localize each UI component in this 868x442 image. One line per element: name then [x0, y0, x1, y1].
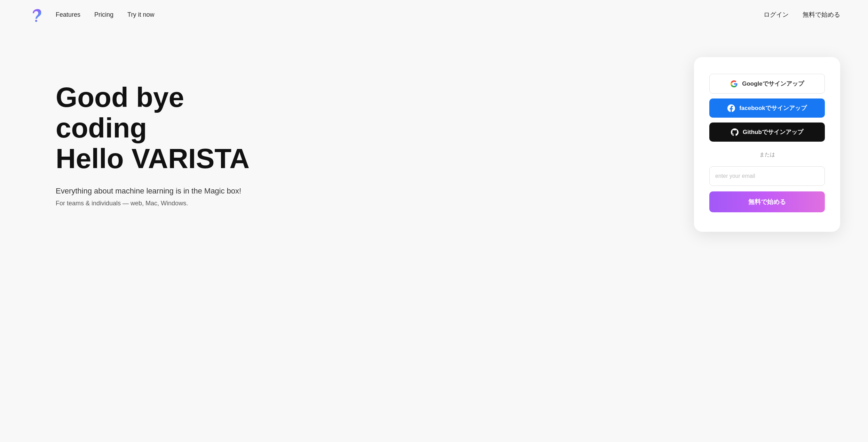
nav-pricing[interactable]: Pricing	[94, 11, 113, 18]
login-link[interactable]: ログイン	[764, 10, 789, 19]
nav-links: Features Pricing Try it now	[56, 11, 764, 18]
main-container: Good bye coding Hello VARISTA Everything…	[0, 29, 868, 253]
nav-try[interactable]: Try it now	[127, 11, 154, 18]
signup-card: Googleでサインアップ facebookでサインアップ Githubでサイン…	[694, 57, 840, 232]
google-signup-button[interactable]: Googleでサインアップ	[709, 74, 825, 94]
google-signup-label: Googleでサインアップ	[742, 80, 804, 88]
svg-point-0	[35, 20, 37, 22]
nav-features[interactable]: Features	[56, 11, 80, 18]
divider: または	[709, 151, 825, 158]
hero-subtitle: Everything about machine learning is in …	[56, 187, 265, 196]
nav-cta-button[interactable]: 無料で始める	[803, 10, 840, 19]
github-icon	[731, 128, 739, 136]
google-icon	[730, 80, 738, 88]
facebook-signup-label: facebookでサインアップ	[739, 104, 807, 112]
start-button[interactable]: 無料で始める	[709, 191, 825, 212]
github-signup-label: Githubでサインアップ	[743, 128, 803, 136]
email-input[interactable]	[709, 166, 825, 186]
logo[interactable]	[28, 6, 45, 23]
facebook-signup-button[interactable]: facebookでサインアップ	[709, 98, 825, 118]
github-signup-button[interactable]: Githubでサインアップ	[709, 123, 825, 142]
hero-title: Good bye coding Hello VARISTA	[56, 82, 265, 174]
hero-section: Good bye coding Hello VARISTA Everything…	[56, 82, 265, 207]
facebook-icon	[727, 104, 735, 112]
nav-right: ログイン 無料で始める	[764, 10, 840, 19]
navbar: Features Pricing Try it now ログイン 無料で始める	[0, 0, 868, 29]
hero-desc: For teams & individuals — web, Mac, Wind…	[56, 200, 265, 207]
